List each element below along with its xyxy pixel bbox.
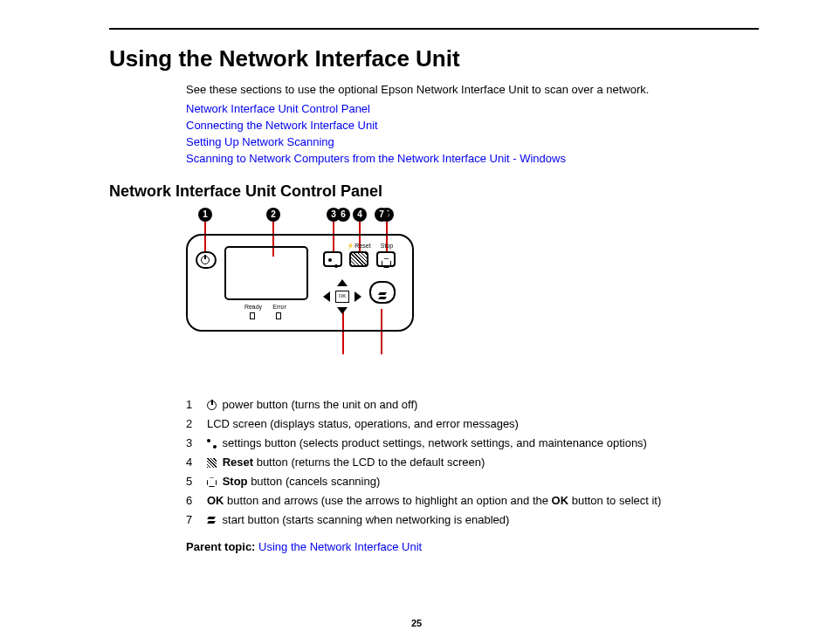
parent-topic-link[interactable]: Using the Network Interface Unit bbox=[258, 540, 422, 553]
arrow-right-icon bbox=[355, 291, 361, 302]
callout-2: 2 bbox=[266, 208, 280, 222]
legend-row-3: 3 settings button (selects product setti… bbox=[186, 436, 759, 449]
start-icon bbox=[378, 291, 388, 301]
toc-links: Network Interface Unit Control Panel Con… bbox=[109, 101, 759, 167]
control-panel-diagram: 1 2 3 4 5 6 7 Ready bbox=[186, 208, 420, 370]
legend-row-5: 5 Stop button (cancels scanning) bbox=[186, 475, 759, 488]
callout-4: 4 bbox=[353, 208, 367, 222]
legend-row-7: 7 start button (starts scanning when net… bbox=[186, 513, 759, 526]
power-icon bbox=[207, 401, 217, 410]
legend-row-6: 6OK button and arrows (use the arrows to… bbox=[186, 494, 759, 507]
power-icon bbox=[201, 256, 210, 264]
panel-body: Ready Error ⚡Reset Stop bbox=[186, 234, 414, 332]
reset-button bbox=[349, 251, 368, 267]
ok-button: OK bbox=[335, 291, 349, 303]
legend-table: 1 power button (turns the unit on and of… bbox=[109, 398, 759, 526]
arrow-left-icon bbox=[323, 291, 330, 302]
page-title: Using the Network Interface Unit bbox=[109, 45, 759, 72]
link-setup-scanning[interactable]: Setting Up Network Scanning bbox=[186, 134, 759, 151]
link-scan-windows[interactable]: Scanning to Network Computers from the N… bbox=[186, 151, 759, 168]
page-number: 25 bbox=[0, 618, 833, 628]
legend-row-4: 4 Reset button (returns the LCD to the d… bbox=[186, 456, 759, 469]
error-label: Error bbox=[270, 304, 289, 310]
ready-label: Ready bbox=[242, 304, 265, 310]
legend-row-1: 1 power button (turns the unit on and of… bbox=[186, 398, 759, 411]
reset-icon bbox=[207, 458, 217, 468]
stop-label: Stop bbox=[377, 243, 396, 249]
link-control-panel[interactable]: Network Interface Unit Control Panel bbox=[186, 101, 759, 118]
arrow-pad: OK bbox=[323, 279, 361, 314]
top-rule bbox=[109, 28, 759, 30]
settings-icon bbox=[328, 258, 338, 268]
link-connecting[interactable]: Connecting the Network Interface Unit bbox=[186, 118, 759, 134]
parent-topic: Parent topic: Using the Network Interfac… bbox=[109, 540, 759, 553]
start-button bbox=[369, 281, 396, 304]
settings-icon bbox=[207, 439, 217, 449]
intro-text: See these sections to use the optional E… bbox=[109, 83, 759, 96]
section-heading: Network Interface Unit Control Panel bbox=[109, 182, 759, 201]
arrow-up-icon bbox=[337, 279, 348, 286]
callout-6: 6 bbox=[336, 208, 350, 222]
power-button bbox=[196, 251, 217, 269]
arrow-down-icon bbox=[337, 307, 348, 314]
legend-row-2: 2LCD screen (displays status, operations… bbox=[186, 417, 759, 430]
ready-led bbox=[250, 312, 255, 319]
callout-1: 1 bbox=[198, 208, 212, 222]
settings-button bbox=[323, 251, 342, 267]
start-icon bbox=[207, 516, 217, 525]
lcd-screen bbox=[224, 246, 308, 300]
reset-label: ⚡Reset bbox=[347, 243, 371, 250]
error-led bbox=[276, 312, 281, 319]
stop-icon bbox=[382, 258, 391, 268]
stop-icon bbox=[207, 477, 217, 487]
stop-button bbox=[376, 251, 396, 267]
